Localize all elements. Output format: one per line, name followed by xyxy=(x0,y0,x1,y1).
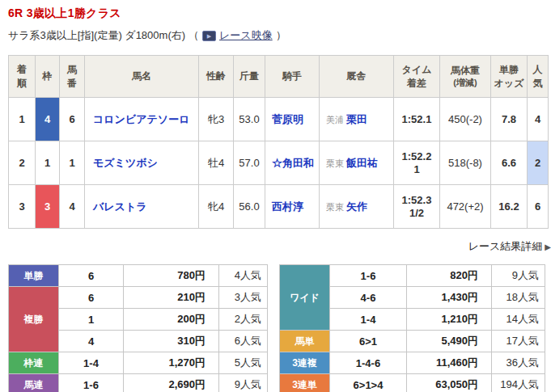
stable-cell: 栗東飯田祐 xyxy=(320,141,394,185)
stable-region: 栗東 xyxy=(326,158,344,168)
payout-popularity: 2人気 xyxy=(219,309,268,331)
payout-amount: 1,270円 xyxy=(124,352,219,374)
payout-amount: 63,050円 xyxy=(407,374,492,392)
frame-cell: 1 xyxy=(36,141,60,185)
header-line: 馬体重 xyxy=(440,64,490,77)
col-header-body-weight: 馬体重(増減) xyxy=(440,56,491,98)
col-header-horse: 馬名 xyxy=(85,56,199,98)
result-row-2: 2 1 1 モズミツボシ 牡4 57.0 ☆角田和 栗東飯田祐 1:52.21 … xyxy=(9,141,549,185)
header-line: (増減) xyxy=(440,77,490,89)
trainer-link[interactable]: 矢作 xyxy=(346,200,367,213)
race-video-link[interactable]: レース映像 xyxy=(219,28,273,43)
payout-amount: 200円 xyxy=(124,309,219,331)
payout-amount: 5,490円 xyxy=(407,331,492,352)
trainer-link[interactable]: 栗田 xyxy=(346,113,367,125)
frame-cell: 3 xyxy=(36,185,60,229)
paren-open: （ xyxy=(189,28,199,43)
col-header-weight: 斤量 xyxy=(234,56,265,98)
payout-amount: 210円 xyxy=(124,287,219,309)
finish-cell: 1 xyxy=(9,98,36,141)
header-line: 厩舎 xyxy=(320,70,393,82)
header-line: 枠 xyxy=(36,70,59,82)
result-row-3: 3 3 4 バレストラ 牝4 56.0 西村淳 栗東矢作 1:52.31/2 4… xyxy=(9,185,549,229)
odds-cell: 7.8 xyxy=(491,98,528,141)
race-conditions-row: サラ系3歳以上[指](定量) ダ1800m(右) （ ▶ レース映像 ） xyxy=(8,28,551,43)
body-weight-cell: 472(+2) xyxy=(440,185,491,229)
payout-type-label-wide: ワイド xyxy=(280,265,330,331)
video-play-icon[interactable]: ▶ xyxy=(202,31,216,41)
play-glyph: ▶ xyxy=(207,33,211,39)
horse-name-cell: コロンビアテソーロ xyxy=(85,98,199,141)
race-title: 6R 3歳以上1勝クラス xyxy=(8,6,551,21)
stable-cell: 美浦栗田 xyxy=(320,98,394,141)
details-link-row: レース結果詳細▶ xyxy=(8,239,551,254)
results-header-row: 着順 枠 馬番 馬名 性齢 斤量 騎手 厩舎 タイム着差 馬体重(増減) 単勝オ… xyxy=(9,56,549,98)
header-line: 馬名 xyxy=(85,70,198,82)
time-value: 1:52.2 xyxy=(395,150,439,163)
payout-popularity: 194人気 xyxy=(492,374,545,392)
jockey-link[interactable]: 西村淳 xyxy=(272,200,303,213)
payout-row: 複勝 6 210円 3人気 xyxy=(9,287,268,309)
payout-popularity: 5人気 xyxy=(219,352,268,374)
payout-row: 馬連 1-6 2,690円 9人気 xyxy=(9,374,268,392)
col-header-popularity: 人気 xyxy=(528,56,549,98)
jockey-link[interactable]: 菅原明 xyxy=(272,113,303,125)
jockey-cell: ☆角田和 xyxy=(265,141,320,185)
payout-selection: 1-4 xyxy=(59,352,124,374)
payout-selection: 1-6 xyxy=(59,374,124,392)
trainer-link[interactable]: 飯田祐 xyxy=(346,157,378,169)
stable-region: 栗東 xyxy=(326,202,344,212)
payout-popularity: 4人気 xyxy=(219,265,268,287)
details-link-label: レース結果詳細 xyxy=(468,240,543,252)
race-conditions: サラ系3歳以上[指](定量) ダ1800m(右) xyxy=(8,28,185,43)
payout-table-left: 単勝 6 780円 4人気 複勝 6 210円 3人気 1 200円 2人気 xyxy=(8,264,268,392)
header-line: 番 xyxy=(60,77,84,90)
payout-type-label-umatan: 馬単 xyxy=(280,331,330,352)
col-header-sex-age: 性齢 xyxy=(199,56,234,98)
popularity-cell: 6 xyxy=(528,185,549,229)
body-weight-cell: 518(-8) xyxy=(440,141,491,185)
payout-popularity: 18人気 xyxy=(492,287,545,309)
payout-popularity: 3人気 xyxy=(219,287,268,309)
col-header-number: 馬番 xyxy=(60,56,85,98)
payout-amount: 820円 xyxy=(407,265,492,287)
payout-type-label-umaren: 馬連 xyxy=(9,374,59,392)
weight-cell: 56.0 xyxy=(234,185,265,229)
sex-age-cell: 牝4 xyxy=(199,185,234,229)
frame-cell: 4 xyxy=(36,98,60,141)
header-line: 性齢 xyxy=(199,70,233,82)
payout-row: ワイド 1-6 820円 9人気 xyxy=(280,265,545,287)
horse-name-cell: バレストラ xyxy=(85,185,199,229)
margin-value: 1/2 xyxy=(395,207,439,220)
header-line: タイム xyxy=(394,63,439,76)
odds-cell: 6.6 xyxy=(491,141,528,185)
odds-cell: 16.2 xyxy=(491,185,528,229)
col-header-finish: 着順 xyxy=(9,56,36,98)
col-header-stable: 厩舎 xyxy=(320,56,394,98)
horse-name-link[interactable]: モズミツボシ xyxy=(93,157,158,169)
payout-type-label-tansho: 単勝 xyxy=(9,265,59,287)
col-header-frame: 枠 xyxy=(36,56,60,98)
header-line: 気 xyxy=(528,77,548,90)
horse-name-cell: モズミツボシ xyxy=(85,141,199,185)
payout-amount: 310円 xyxy=(124,331,219,352)
race-result-details-link[interactable]: レース結果詳細▶ xyxy=(468,240,551,252)
horse-number-cell: 4 xyxy=(60,185,85,229)
result-row-1: 1 4 6 コロンビアテソーロ 牝3 53.0 菅原明 美浦栗田 1:52.1 … xyxy=(9,98,549,141)
body-weight-cell: 450(-2) xyxy=(440,98,491,141)
payout-amount: 780円 xyxy=(124,265,219,287)
payout-selection: 1 xyxy=(59,309,124,331)
header-line: オッズ xyxy=(491,77,527,90)
horse-number-cell: 1 xyxy=(60,141,85,185)
jockey-cell: 菅原明 xyxy=(265,98,320,141)
payout-amount: 1,430円 xyxy=(407,287,492,309)
payout-amount: 2,690円 xyxy=(124,374,219,392)
jockey-link[interactable]: ☆角田和 xyxy=(272,157,314,169)
payout-row: 枠連 1-4 1,270円 5人気 xyxy=(9,352,268,374)
payout-type-label-wakuren: 枠連 xyxy=(9,352,59,374)
sex-age-cell: 牝3 xyxy=(199,98,234,141)
payout-amount: 1,210円 xyxy=(407,309,492,331)
header-line: 斤量 xyxy=(234,70,265,82)
horse-name-link[interactable]: バレストラ xyxy=(93,200,147,213)
horse-name-link[interactable]: コロンビアテソーロ xyxy=(93,113,189,125)
